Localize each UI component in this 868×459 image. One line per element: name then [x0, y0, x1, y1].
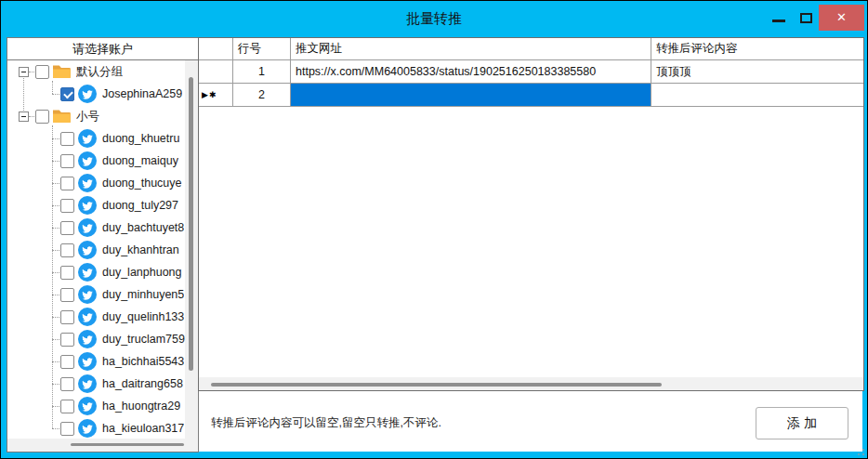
- account-checkbox[interactable]: [60, 355, 74, 369]
- add-button[interactable]: 添 加: [756, 407, 848, 439]
- tree-account-item[interactable]: ha_huongtra29: [7, 395, 185, 417]
- account-label: duong_thucuye: [102, 177, 182, 190]
- tree-account-item[interactable]: ha_daitrang658: [7, 373, 185, 395]
- account-checkbox[interactable]: [60, 333, 74, 347]
- tree-account-item[interactable]: duy_truclam759: [7, 328, 185, 350]
- account-checkbox[interactable]: [60, 266, 74, 280]
- tree-group-default[interactable]: 默认分组: [7, 60, 185, 83]
- accounts-tree: 默认分组 JosephinaA259 小号 duong_khuetru: [7, 60, 185, 439]
- resize-grip-icon[interactable]: [855, 446, 864, 455]
- collapse-icon[interactable]: [19, 111, 29, 122]
- tree-horizontal-scrollbar[interactable]: [7, 439, 185, 452]
- scrollbar-thumb[interactable]: [211, 383, 662, 387]
- scrollbar-corner: [185, 439, 198, 452]
- account-label: duy_minhuyen5: [102, 288, 184, 301]
- window-title: 批量转推: [1, 1, 867, 37]
- grid-header-url[interactable]: 推文网址: [291, 38, 651, 59]
- grid-header-lineno[interactable]: 行号: [233, 38, 291, 59]
- scrollbar-thumb[interactable]: [189, 77, 193, 371]
- grid-row-1: 1 https://x.com/MM64005833/status/190251…: [199, 60, 863, 84]
- tree-account-item[interactable]: duy_minhuyen5: [7, 283, 185, 306]
- folder-icon: [52, 109, 71, 124]
- account-label: ha_daitrang658: [102, 377, 183, 390]
- account-label: duy_truclam759: [102, 333, 185, 346]
- tree-account-item[interactable]: duong_khuetru: [7, 127, 185, 150]
- grid-header-rowselector[interactable]: [199, 38, 233, 59]
- group-checkbox[interactable]: [35, 110, 49, 124]
- folder-icon: [52, 64, 71, 79]
- accounts-panel: 请选择账户 默认分组 JosephinaA259 小号: [7, 37, 199, 452]
- account-checkbox[interactable]: [60, 87, 74, 101]
- tree-account-item[interactable]: duong_maiquy: [7, 150, 185, 172]
- twitter-icon: [78, 174, 97, 192]
- twitter-icon: [78, 397, 97, 415]
- group-label: 默认分组: [76, 64, 123, 80]
- tree-vertical-scrollbar[interactable]: [185, 60, 198, 439]
- account-checkbox[interactable]: [60, 310, 74, 324]
- titlebar: 批量转推 ✕: [1, 1, 867, 37]
- tree-account-item[interactable]: duy_bachtuyet8: [7, 216, 185, 239]
- tree-account-item[interactable]: duy_quelinh133: [7, 306, 185, 328]
- collapse-icon[interactable]: [19, 67, 29, 77]
- twitter-icon: [78, 151, 97, 170]
- tree-account-item[interactable]: ha_kieuloan317: [7, 417, 185, 439]
- tree-account-item[interactable]: duy_lanphuong: [7, 261, 185, 283]
- account-checkbox[interactable]: [60, 132, 74, 146]
- tree-account-item[interactable]: duy_khanhtran: [7, 239, 185, 261]
- account-checkbox[interactable]: [60, 377, 74, 391]
- group-checkbox[interactable]: [35, 65, 49, 79]
- account-checkbox[interactable]: [60, 243, 74, 257]
- account-label: duong_maiquy: [102, 154, 178, 167]
- account-label: duy_lanphuong: [102, 266, 182, 279]
- account-label: duy_bachtuyet8: [102, 221, 184, 234]
- account-label: ha_kieuloan317: [102, 422, 184, 435]
- tweets-grid: 行号 推文网址 转推后评论内容 1 https://x.com/MM640058…: [198, 37, 864, 391]
- account-label: ha_huongtra29: [102, 400, 180, 413]
- tree-account-item[interactable]: duong_tuly297: [7, 194, 185, 216]
- row-header-cell[interactable]: [199, 60, 233, 83]
- hint-text: 转推后评论内容可以留空,留空只转推,不评论.: [211, 415, 441, 431]
- app-window: 批量转推 ✕ 请选择账户 默认分组 JosephinaA259: [0, 0, 868, 459]
- lineno-cell[interactable]: 2: [233, 84, 291, 106]
- url-cell[interactable]: https://x.com/MM64005833/status/19025162…: [291, 60, 651, 83]
- tree-account-item[interactable]: ha_bichhai5543: [7, 350, 185, 373]
- twitter-icon: [78, 330, 97, 348]
- accounts-panel-header: 请选择账户: [7, 38, 198, 60]
- account-checkbox[interactable]: [60, 400, 74, 413]
- account-checkbox[interactable]: [60, 154, 74, 168]
- lineno-cell[interactable]: 1: [233, 60, 291, 83]
- account-label: ha_bichhai5543: [102, 355, 184, 368]
- account-checkbox[interactable]: [60, 288, 74, 302]
- account-checkbox[interactable]: [60, 422, 74, 436]
- account-checkbox[interactable]: [60, 199, 74, 213]
- account-checkbox[interactable]: [60, 177, 74, 190]
- comment-cell[interactable]: 顶顶顶: [651, 60, 863, 83]
- account-label: duong_tuly297: [102, 199, 178, 212]
- tree-account-item[interactable]: JosephinaA259: [7, 83, 185, 105]
- twitter-icon: [78, 218, 97, 237]
- grid-horizontal-scrollbar[interactable]: [199, 377, 863, 390]
- account-label: duy_quelinh133: [102, 310, 184, 323]
- minimize-button[interactable]: [772, 20, 785, 22]
- account-checkbox[interactable]: [60, 221, 74, 235]
- twitter-icon: [78, 419, 97, 438]
- grid-header-row: 行号 推文网址 转推后评论内容: [199, 38, 863, 60]
- grid-row-2: ▶✱ 2: [199, 84, 863, 107]
- maximize-button[interactable]: [800, 13, 812, 23]
- twitter-icon: [78, 241, 97, 259]
- group-label: 小号: [76, 109, 99, 125]
- scrollbar-thumb[interactable]: [71, 443, 184, 446]
- twitter-icon: [78, 263, 97, 282]
- twitter-icon: [78, 308, 97, 326]
- account-label: JosephinaA259: [102, 87, 182, 100]
- account-label: duy_khanhtran: [102, 243, 179, 256]
- close-button[interactable]: ✕: [819, 5, 864, 31]
- tree-account-item[interactable]: duong_thucuye: [7, 172, 185, 194]
- tree-group-alts[interactable]: 小号: [7, 105, 185, 127]
- twitter-icon: [78, 129, 97, 148]
- twitter-icon: [78, 285, 97, 304]
- row-header-cell[interactable]: ▶✱: [199, 84, 233, 106]
- comment-cell[interactable]: [651, 84, 863, 106]
- url-cell-selected[interactable]: [291, 84, 651, 106]
- grid-header-comment[interactable]: 转推后评论内容: [651, 38, 863, 59]
